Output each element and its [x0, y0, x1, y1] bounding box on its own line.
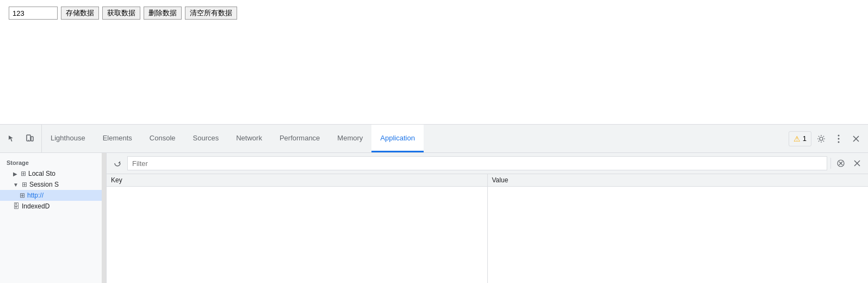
table-body	[107, 187, 868, 283]
svg-point-4	[838, 138, 840, 139]
delete-button[interactable]: 删除数据	[144, 7, 182, 20]
col-value-header: Value	[488, 174, 869, 186]
tab-application[interactable]: Application	[371, 125, 424, 152]
more-button[interactable]	[831, 131, 846, 146]
inspect-button[interactable]	[4, 131, 20, 146]
tab-network[interactable]: Network	[227, 125, 271, 152]
get-button[interactable]: 获取数据	[102, 7, 140, 20]
devtools-right: ⚠ 1	[784, 125, 868, 152]
indexeddb-label: IndexedD	[22, 202, 49, 210]
sidebar: Storage ▶ ⊞ Local Sto ▼ ⊞ Session S ⊞ ht…	[0, 153, 107, 283]
session-storage-url-grid-icon: ⊞	[20, 192, 25, 199]
devtools-icon-area	[0, 125, 42, 152]
svg-point-3	[838, 134, 840, 136]
indexeddb-icon: 🗄	[13, 202, 20, 210]
tab-console[interactable]: Console	[141, 125, 184, 152]
device-toggle-button[interactable]	[22, 131, 37, 146]
session-storage-arrow: ▼	[13, 182, 18, 188]
refresh-button[interactable]	[111, 157, 124, 170]
close-devtools-button[interactable]	[848, 131, 864, 146]
tab-performance[interactable]: Performance	[271, 125, 328, 152]
devtools-tabs: Lighthouse Elements Console Sources Netw…	[42, 125, 784, 152]
session-storage-label: Session S	[29, 181, 59, 188]
filter-divider	[830, 158, 831, 169]
tab-sources[interactable]: Sources	[184, 125, 228, 152]
filter-input[interactable]	[127, 156, 827, 170]
session-storage-grid-icon: ⊞	[22, 181, 27, 188]
warning-icon: ⚠	[793, 134, 801, 143]
session-storage-url-label: http://	[27, 192, 44, 199]
main-panel: Key Value	[107, 153, 868, 283]
table-header: Key Value	[107, 174, 868, 187]
page-area: 123 存储数据 获取数据 删除数据 清空所有数据	[0, 0, 868, 124]
settings-button[interactable]	[814, 131, 829, 146]
svg-point-5	[838, 141, 840, 143]
clear-button[interactable]: 清空所有数据	[185, 7, 237, 20]
local-storage-label: Local Sto	[28, 170, 55, 177]
storage-section-title: Storage	[0, 157, 102, 168]
sidebar-scrollbar[interactable]	[102, 153, 106, 283]
table-col-value	[488, 187, 869, 283]
clear-filter-button[interactable]	[834, 157, 847, 170]
svg-rect-1	[31, 137, 33, 141]
data-input[interactable]: 123	[9, 7, 58, 20]
col-key-header: Key	[107, 174, 488, 186]
warning-badge[interactable]: ⚠ 1	[789, 131, 811, 146]
devtools-content: Storage ▶ ⊞ Local Sto ▼ ⊞ Session S ⊞ ht…	[0, 152, 868, 283]
svg-point-2	[28, 139, 29, 140]
warning-count: 1	[803, 134, 807, 143]
session-storage-url-item[interactable]: ⊞ http://	[0, 190, 102, 201]
local-storage-arrow: ▶	[13, 171, 17, 177]
local-storage-grid-icon: ⊞	[21, 170, 26, 177]
devtools-bar: Lighthouse Elements Console Sources Netw…	[0, 124, 868, 152]
tab-lighthouse[interactable]: Lighthouse	[42, 125, 94, 152]
tab-memory[interactable]: Memory	[328, 125, 371, 152]
session-storage-item[interactable]: ▼ ⊞ Session S	[0, 179, 102, 190]
tab-elements[interactable]: Elements	[94, 125, 141, 152]
delete-selected-button[interactable]	[851, 157, 864, 170]
filter-bar	[107, 153, 868, 174]
table-col-key	[107, 187, 488, 283]
indexeddb-item[interactable]: 🗄 IndexedD	[0, 201, 102, 212]
save-button[interactable]: 存储数据	[61, 7, 99, 20]
local-storage-item[interactable]: ▶ ⊞ Local Sto	[0, 168, 102, 179]
